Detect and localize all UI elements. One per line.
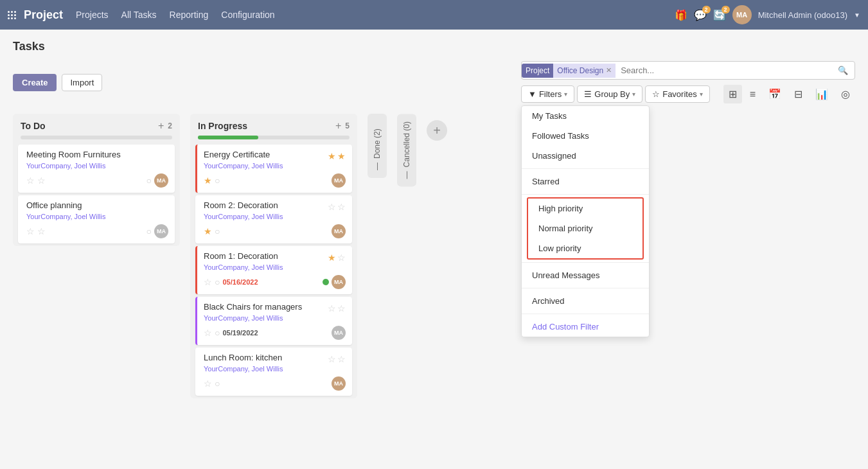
- user-dropdown-chevron[interactable]: ▼: [854, 12, 860, 19]
- task-card: Room 2: Decoration ☆ ☆ YourCompany, Joel…: [195, 195, 352, 243]
- column-done[interactable]: — Done (2): [368, 114, 387, 178]
- priority-star1[interactable]: ☆: [328, 354, 336, 364]
- priority-star1[interactable]: ☆: [328, 303, 336, 314]
- column-todo-count: 2: [168, 121, 172, 130]
- search-input[interactable]: [616, 63, 831, 78]
- star1-icon[interactable]: ☆: [204, 277, 212, 287]
- nav-projects[interactable]: Projects: [76, 10, 109, 20]
- view-chart-button[interactable]: 📊: [810, 85, 833, 103]
- gift-icon[interactable]: 🎁: [675, 9, 687, 21]
- status-circle[interactable]: ○: [215, 378, 220, 389]
- filters-container: ▼ Filters ▾ My Tasks Followed Tasks Unas…: [521, 85, 574, 103]
- view-pivot-button[interactable]: ◎: [836, 85, 855, 103]
- user-label[interactable]: Mitchell Admin (odoo13): [758, 10, 847, 20]
- column-cancelled[interactable]: — Cancelled (0): [397, 114, 416, 186]
- filter-unread-messages[interactable]: Unread Messages: [522, 265, 649, 285]
- star1-icon[interactable]: ★: [204, 175, 212, 186]
- view-calendar-button[interactable]: 📅: [763, 85, 786, 103]
- task-title[interactable]: Meeting Room Furnitures: [26, 150, 168, 159]
- filter-starred[interactable]: Starred: [522, 172, 649, 191]
- favorites-button[interactable]: ☆ Favorites ▾: [645, 85, 709, 103]
- task-company: YourCompany, Joel Willis: [204, 314, 346, 322]
- task-company: YourCompany, Joel Willis: [26, 213, 168, 220]
- nav-all-tasks[interactable]: All Tasks: [121, 10, 157, 20]
- filter-normal-priority[interactable]: Normal priority: [528, 218, 642, 238]
- main-nav: Projects All Tasks Reporting Configurati…: [76, 10, 275, 20]
- nav-reporting[interactable]: Reporting: [170, 10, 209, 20]
- avatar[interactable]: MA: [732, 5, 752, 24]
- app-grid-menu[interactable]: [8, 11, 16, 19]
- assignee-avatar: MA: [332, 275, 346, 289]
- task-title[interactable]: Black Chairs for managers: [204, 302, 302, 312]
- add-column-button[interactable]: +: [427, 120, 447, 141]
- status-circle[interactable]: ○: [215, 328, 220, 338]
- priority-star2[interactable]: ☆: [337, 354, 346, 364]
- filter-tag-value-text: Office Design: [557, 66, 603, 75]
- view-table-button[interactable]: ⊟: [789, 85, 808, 103]
- filters-label: Filters: [539, 89, 562, 99]
- status-circle[interactable]: ○: [146, 175, 152, 186]
- column-done-label: Done (2): [373, 128, 382, 159]
- page-title: Tasks: [13, 40, 855, 53]
- priority-star2[interactable]: ☆: [337, 303, 346, 314]
- filter-archived[interactable]: Archived: [522, 291, 649, 311]
- nav-configuration[interactable]: Configuration: [221, 10, 274, 20]
- favorites-label: Favorites: [662, 89, 696, 99]
- search-icon[interactable]: 🔍: [831, 62, 855, 79]
- status-circle[interactable]: ○: [215, 175, 220, 186]
- column-in-progress-add[interactable]: +: [335, 120, 341, 132]
- priority-star2[interactable]: ★: [337, 151, 346, 161]
- star1-icon[interactable]: ☆: [204, 378, 212, 389]
- task-title[interactable]: Office planning: [26, 200, 168, 210]
- task-footer: ☆ ☆ ○ MA: [26, 173, 168, 188]
- column-in-progress-fill: [198, 136, 258, 139]
- task-card: Room 1: Decoration ★ ☆ YourCompany, Joel…: [195, 246, 352, 294]
- activity-icon[interactable]: 🔄 2: [713, 9, 726, 21]
- task-footer: ★ ○ MA: [204, 173, 346, 188]
- column-todo: To Do + 2 Meeting Room Furnitures YourCo…: [13, 114, 180, 246]
- priority-star1[interactable]: ☆: [328, 202, 336, 212]
- star1-icon[interactable]: ☆: [26, 226, 35, 236]
- column-in-progress-header: In Progress + 5: [190, 114, 357, 136]
- priority-star2[interactable]: ☆: [337, 202, 346, 212]
- view-list-button[interactable]: ≡: [745, 85, 761, 103]
- view-kanban-button[interactable]: ⊞: [723, 85, 742, 103]
- filter-tag-remove[interactable]: ✕: [606, 66, 612, 75]
- status-circle[interactable]: ○: [215, 226, 220, 236]
- filter-followed-tasks[interactable]: Followed Tasks: [522, 126, 649, 146]
- task-title[interactable]: Energy Certificate: [204, 150, 270, 159]
- filter-my-tasks[interactable]: My Tasks: [522, 106, 649, 126]
- topnav-right: 🎁 💬 2 🔄 2 MA Mitchell Admin (odoo13) ▼: [675, 5, 860, 24]
- filter-high-priority[interactable]: High priority: [528, 199, 642, 218]
- priority-star2[interactable]: ☆: [337, 252, 346, 263]
- priority-star1[interactable]: ★: [328, 151, 336, 161]
- task-top-row: Room 1: Decoration ★ ☆: [204, 251, 346, 263]
- task-company: YourCompany, Joel Willis: [204, 213, 346, 220]
- filter-unassigned[interactable]: Unassigned: [522, 146, 649, 166]
- filter-add-custom[interactable]: Add Custom Filter: [522, 317, 649, 337]
- status-circle[interactable]: ○: [215, 277, 220, 287]
- status-circle[interactable]: ○: [146, 226, 152, 236]
- chat-icon[interactable]: 💬 2: [694, 9, 707, 21]
- create-button[interactable]: Create: [13, 74, 57, 91]
- task-top-row: Room 2: Decoration ☆ ☆: [204, 200, 346, 213]
- task-title[interactable]: Room 2: Decoration: [204, 200, 278, 210]
- task-title[interactable]: Room 1: Decoration: [204, 251, 278, 261]
- filter-low-priority[interactable]: Low priority: [528, 238, 642, 258]
- filters-button[interactable]: ▼ Filters ▾: [521, 85, 574, 103]
- star1-icon[interactable]: ★: [204, 226, 212, 236]
- column-cancelled-label: Cancelled (0): [402, 121, 411, 167]
- priority-stars: ★ ☆: [328, 252, 346, 263]
- priority-stars: ☆ ☆: [328, 202, 346, 212]
- star1-icon[interactable]: ☆: [204, 328, 212, 338]
- import-button[interactable]: Import: [62, 74, 102, 91]
- groupby-button[interactable]: ☰ Group By ▾: [577, 85, 642, 103]
- priority-star1[interactable]: ★: [328, 252, 336, 263]
- task-title[interactable]: Lunch Room: kitchen: [204, 353, 282, 362]
- star2-icon[interactable]: ☆: [37, 175, 46, 186]
- app-brand[interactable]: Project: [24, 8, 63, 22]
- filter-bar-container: ▼ Filters ▾ My Tasks Followed Tasks Unas…: [521, 85, 855, 103]
- column-todo-add[interactable]: +: [158, 120, 164, 132]
- star1-icon[interactable]: ☆: [26, 175, 35, 186]
- star2-icon[interactable]: ☆: [37, 226, 46, 236]
